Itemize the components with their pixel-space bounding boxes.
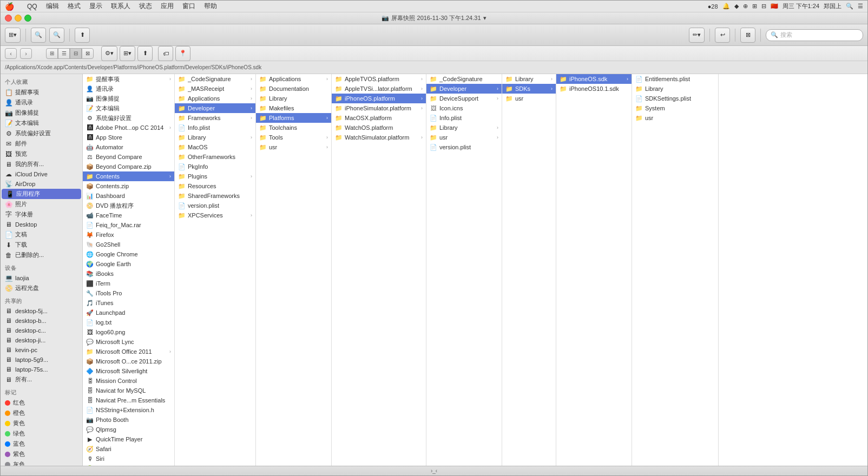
col1-mssilverlight[interactable]: 🔷 Microsoft Silverlight <box>83 366 174 376</box>
col3-makefiles[interactable]: 📁 Makefiles <box>256 103 331 113</box>
col1-quicktime[interactable]: ▶ QuickTime Player <box>83 434 174 444</box>
sidebar-item-desktopb[interactable]: 🖥 desktop-b... <box>1 316 82 326</box>
contacts-menu[interactable]: 联系人 <box>111 2 130 11</box>
col4-iphonesim[interactable]: 📁 iPhoneSimulator.platform › <box>332 103 426 113</box>
col3-applications[interactable]: 📁 Applications › <box>256 74 331 84</box>
sidebar-item-tag-red[interactable]: 红色 <box>1 398 82 408</box>
apps-menu[interactable]: 应用 <box>161 2 174 11</box>
sidebar-item-allshared[interactable]: 🖥 所有... <box>1 374 82 385</box>
coverflow-view-btn[interactable]: ⊠ <box>82 48 94 59</box>
add-tag-btn[interactable]: 🏷 <box>158 46 173 61</box>
minimize-button[interactable] <box>15 15 22 22</box>
sidebar-item-reminders[interactable]: 📋 提醒事项 <box>1 87 82 97</box>
sidebar-item-photos[interactable]: 🌸 照片 <box>1 199 82 209</box>
col1-contacts[interactable]: 👤 通讯录 <box>83 84 174 94</box>
col1-feiq[interactable]: 📄 Feiq_for_Mac.rar <box>83 220 174 230</box>
sidebar-item-laptop5g9[interactable]: 🖥 laptop-5g9... <box>1 355 82 365</box>
help-menu[interactable]: 帮助 <box>204 2 217 11</box>
view-menu[interactable]: 显示 <box>89 2 102 11</box>
col1-googleearth[interactable]: 🌍 Google Earth <box>83 259 174 269</box>
col1-siri[interactable]: 🎙 Siri <box>83 454 174 464</box>
view-toggle-btn[interactable]: ⊞▾ <box>5 28 21 43</box>
col1-dvd[interactable]: 📀 DVD 播放程序 <box>83 201 174 210</box>
col3-documentation[interactable]: 📁 Documentation <box>256 84 331 94</box>
col4-macosx[interactable]: 📁 MacOSX.platform <box>332 113 426 123</box>
sidebar-item-desktopji[interactable]: 🖥 desktop-ji... <box>1 335 82 345</box>
col1-navicatprem[interactable]: 🗄 Navicat Pre...m Essentials <box>83 395 174 405</box>
col1-iterm[interactable]: ⬛ iTerm <box>83 279 174 288</box>
zoom-actual-btn[interactable]: 🔍 <box>49 28 64 43</box>
rotate-btn[interactable]: ↩ <box>715 28 730 43</box>
qq-menu[interactable]: QQ <box>27 3 37 10</box>
col2-plugins[interactable]: 📁 Plugins › <box>175 171 255 181</box>
sidebar-item-documents[interactable]: 📄 文稿 <box>1 229 82 240</box>
col4-watchsim[interactable]: 📁 WatchSimulator.platform › <box>332 133 426 142</box>
col1-go2shell[interactable]: 🐚 Go2Shell <box>83 240 174 249</box>
col1-textedit[interactable]: 📝 文本编辑 <box>83 103 174 113</box>
col1-chrome[interactable]: 🌐 Google Chrome <box>83 249 174 259</box>
edit-menu[interactable]: 编辑 <box>46 2 59 11</box>
col1-itoolspro[interactable]: 🔧 iTools Pro <box>83 288 174 298</box>
col5-versionplist[interactable]: 📄 version.plist <box>426 142 502 152</box>
action-btn[interactable]: ⚙▾ <box>101 46 117 61</box>
col4-watchos[interactable]: 📁 WatchOS.platform <box>332 123 426 133</box>
format-menu[interactable]: 格式 <box>68 2 81 11</box>
sidebar-item-fontbook[interactable]: 字 字体册 <box>1 209 82 220</box>
col1-missioncontrol[interactable]: 🎛 Mission Control <box>83 376 174 386</box>
col1-photobooth[interactable]: 📷 Photo Booth <box>83 415 174 425</box>
col2-pkginfo[interactable]: 📄 PkgInfo <box>175 162 255 171</box>
col1-adobe[interactable]: 🅰 Adobe Phot...op CC 2014 › <box>83 123 174 133</box>
col1-itunes[interactable]: 🎵 iTunes <box>83 298 174 308</box>
col1-beyondcomparezip[interactable]: 📦 Beyond Compare.zip <box>83 162 174 171</box>
sidebar-item-preview[interactable]: 🖼 预览 <box>1 149 82 159</box>
col2-developer[interactable]: 📁 Developer › <box>175 103 255 113</box>
forward-btn[interactable]: › <box>20 48 32 59</box>
icon-view-btn[interactable]: ⊞ <box>46 48 58 59</box>
close-button[interactable] <box>5 15 12 22</box>
col1-beyondcompare[interactable]: ⚖ Beyond Compare <box>83 152 174 162</box>
col1-launchpad[interactable]: 🚀 Launchpad <box>83 308 174 318</box>
col6-sdks[interactable]: 📁 SDKs › <box>502 84 556 94</box>
col2-masreceipt[interactable]: 📁 _MASReceipt › <box>175 84 255 94</box>
col8-usr[interactable]: 📁 usr <box>632 113 718 123</box>
col3-platforms[interactable]: 📁 Platforms › <box>256 113 331 123</box>
col2-frameworks[interactable]: 📁 Frameworks › <box>175 113 255 123</box>
col3-toolchains[interactable]: 📁 Toolchains <box>256 123 331 133</box>
sidebar-item-tag-purple[interactable]: 紫色 <box>1 449 82 459</box>
col2-xpcservices[interactable]: 📁 XPCServices › <box>175 210 255 220</box>
col8-system[interactable]: 📁 System <box>632 103 718 113</box>
zoom-fit-btn[interactable]: 🔍 <box>31 28 46 43</box>
col6-library[interactable]: 📁 Library › <box>502 74 556 84</box>
col1-automator[interactable]: 🤖 Automator <box>83 142 174 152</box>
col1-reminders[interactable]: 📁 提醒事项 › <box>83 74 174 84</box>
dropdown-icon[interactable]: ▾ <box>483 15 486 22</box>
column-view-btn[interactable]: ⊟ <box>70 48 82 59</box>
col5-developer[interactable]: 📁 Developer › <box>426 84 502 94</box>
notification-center-icon[interactable]: ☰ <box>858 3 863 10</box>
col2-applications[interactable]: 📁 Applications › <box>175 94 255 103</box>
back-btn[interactable]: ‹ <box>5 48 17 59</box>
col1-sysprefs[interactable]: ⚙ 系统偏好设置 <box>83 113 174 123</box>
sidebar-item-contacts[interactable]: 👤 通讯录 <box>1 97 82 108</box>
status-menu[interactable]: 状态 <box>139 2 152 11</box>
sidebar-item-laptop75s[interactable]: 🖥 laptop-75s... <box>1 365 82 374</box>
col2-codesig[interactable]: 📁 _CodeSignature › <box>175 74 255 84</box>
col5-infoplist[interactable]: 📄 Info.plist <box>426 113 502 123</box>
sidebar-item-myall[interactable]: 🖥 我的所有... <box>1 159 82 169</box>
col3-library[interactable]: 📁 Library <box>256 94 331 103</box>
col4-iphoneos[interactable]: 📁 iPhoneOS.platform › <box>332 94 426 103</box>
col2-library[interactable]: 📁 Library › <box>175 133 255 142</box>
col8-sdksettings[interactable]: 📄 SDKSettings.plist <box>632 94 718 103</box>
col1-nsstring[interactable]: 📄 NSString+Extension.h <box>83 405 174 415</box>
col1-appstore[interactable]: 🅰 App Store <box>83 133 174 142</box>
sidebar-item-tag-green[interactable]: 绿色 <box>1 428 82 439</box>
col5-codesig[interactable]: 📁 _CodeSignature <box>426 74 502 84</box>
col6-usr[interactable]: 📁 usr <box>502 94 556 103</box>
sidebar-item-tag-gray[interactable]: 灰色 <box>1 459 82 466</box>
sidebar-item-remotedisk[interactable]: 📀 远程光盘 <box>1 283 82 293</box>
window-menu[interactable]: 窗口 <box>182 2 195 11</box>
sidebar-item-tag-blue[interactable]: 蓝色 <box>1 439 82 449</box>
col2-infoplist[interactable]: 📄 Info.plist <box>175 123 255 133</box>
sidebar-item-airdrop[interactable]: 📡 AirDrop <box>1 179 82 189</box>
path-btn[interactable]: 📍 <box>175 46 190 61</box>
